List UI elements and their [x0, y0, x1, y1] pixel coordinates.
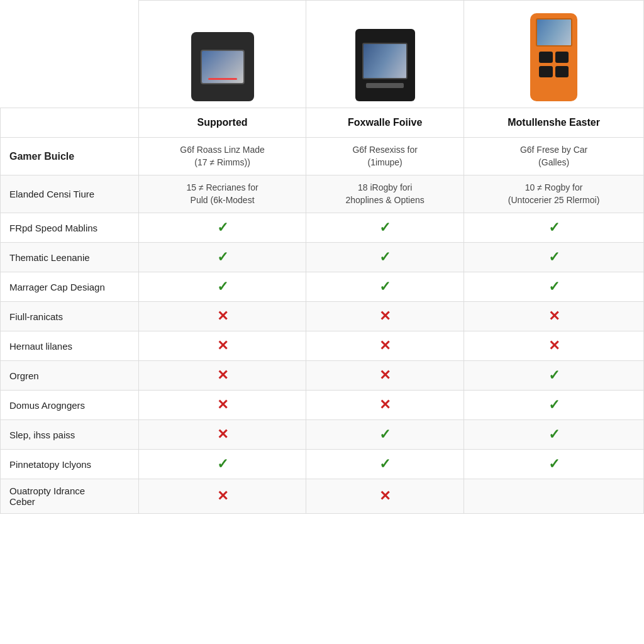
cell-row3-col2: ✓ — [139, 243, 306, 272]
device-3-btn-1 — [539, 52, 553, 63]
check-icon: ✓ — [217, 249, 228, 265]
cross-icon: ✕ — [379, 367, 391, 383]
feature-label: Orgren — [1, 361, 139, 391]
cell-text: 18 iRogby fori2hoplines & Optiens — [346, 182, 425, 205]
cell-row6-col3: ✕ — [306, 331, 464, 361]
cell-row7-col3: ✕ — [306, 361, 464, 391]
cross-icon: ✕ — [379, 397, 391, 413]
feature-label: Domus Arogngers — [1, 391, 139, 420]
device-3 — [530, 13, 577, 101]
product-2-image-cell — [306, 1, 464, 108]
cell-row0-col3: G6f Resexiss for(1imupe) — [306, 138, 464, 175]
product-1-image — [148, 7, 297, 101]
device-1-screen — [201, 50, 245, 84]
cell-text: 10 ≠ Rogby for(Untocerier 25 Rlermoi) — [508, 182, 599, 205]
check-icon: ✓ — [379, 249, 391, 265]
cell-text: G6f Roass Linz Made(17 ≠ Rimms)) — [180, 145, 265, 167]
feature-label: Hernaut lilanes — [1, 331, 139, 361]
check-icon: ✓ — [548, 219, 560, 235]
device-3-btn-4 — [555, 66, 569, 77]
col-header-product-2: Foxwalle Foiive — [306, 108, 464, 138]
feature-label: Pinnetatopy Iclyons — [1, 450, 139, 479]
device-1 — [191, 32, 254, 101]
cell-row0-col4: G6f Frese by Car(Galles) — [464, 138, 644, 175]
cell-row5-col3: ✕ — [306, 302, 464, 331]
cross-icon: ✕ — [548, 308, 560, 324]
cell-row1-col4: 10 ≠ Rogby for(Untocerier 25 Rlermoi) — [464, 175, 644, 213]
table-row: FRpd Speod Mablins✓✓✓ — [1, 213, 644, 243]
cell-row10-col2: ✓ — [139, 450, 306, 479]
col-header-product-1: Supported — [139, 108, 306, 138]
check-icon: ✓ — [548, 397, 560, 413]
cell-row3-col4: ✓ — [464, 243, 644, 272]
feature-label: Slep, ihss paiss — [1, 420, 139, 450]
feature-label: Elanded Censi Tiure — [1, 175, 139, 213]
check-icon: ✓ — [548, 367, 560, 383]
table-row: Elanded Censi Tiure15 ≠ Recrianes forPul… — [1, 175, 644, 213]
product-3-image-cell — [464, 1, 644, 108]
cell-row3-col3: ✓ — [306, 243, 464, 272]
check-icon: ✓ — [379, 279, 391, 294]
device-2 — [355, 29, 415, 101]
device-2-screen — [362, 43, 408, 79]
cell-row6-col4: ✕ — [464, 331, 644, 361]
check-icon: ✓ — [548, 249, 560, 265]
feature-label: Marrager Cap Desiagn — [1, 272, 139, 302]
cell-row7-col4: ✓ — [464, 361, 644, 391]
table-row: Fiull-ranicats✕✕✕ — [1, 302, 644, 331]
cell-text: 15 ≠ Recrianes forPuld (6k-Modest — [186, 182, 258, 205]
cell-row11-col4 — [464, 479, 644, 514]
check-icon: ✓ — [379, 456, 391, 472]
table-row: Domus Arogngers✕✕✓ — [1, 391, 644, 420]
cell-row2-col3: ✓ — [306, 213, 464, 243]
check-icon: ✓ — [379, 426, 391, 442]
corner-cell — [1, 1, 139, 108]
feature-label: Thematic Leenanie — [1, 243, 139, 272]
cross-icon: ✕ — [548, 338, 560, 353]
cross-icon: ✕ — [379, 308, 391, 324]
table-row: Ouatropty IdranceCeber✕✕ — [1, 479, 644, 514]
cell-row11-col3: ✕ — [306, 479, 464, 514]
feature-label: Gamer Buicle — [1, 138, 139, 175]
cell-text: G6f Resexiss for(1imupe) — [352, 145, 417, 167]
cell-row8-col4: ✓ — [464, 391, 644, 420]
check-icon: ✓ — [548, 456, 560, 472]
device-3-btn-3 — [539, 66, 553, 77]
cross-icon: ✕ — [217, 397, 228, 413]
cell-row1-col2: 15 ≠ Recrianes forPuld (6k-Modest — [139, 175, 306, 213]
cross-icon: ✕ — [379, 488, 391, 504]
product-2-image — [315, 7, 455, 101]
cross-icon: ✕ — [217, 426, 228, 442]
table-row: Orgren✕✕✓ — [1, 361, 644, 391]
cell-row7-col2: ✕ — [139, 361, 306, 391]
cell-row9-col3: ✓ — [306, 420, 464, 450]
device-2-label — [366, 83, 404, 88]
table-row: Hernaut lilanes✕✕✕ — [1, 331, 644, 361]
check-icon: ✓ — [379, 219, 391, 235]
cell-row9-col4: ✓ — [464, 420, 644, 450]
cell-row4-col4: ✓ — [464, 272, 644, 302]
check-icon: ✓ — [548, 426, 560, 442]
product-1-image-cell — [139, 1, 306, 108]
cell-row6-col2: ✕ — [139, 331, 306, 361]
cell-row1-col3: 18 iRogby fori2hoplines & Optiens — [306, 175, 464, 213]
cross-icon: ✕ — [217, 338, 228, 353]
comparison-table: Supported Foxwalle Foiive Motullenshe Ea… — [0, 0, 644, 514]
product-3-image — [473, 7, 635, 101]
cell-row0-col2: G6f Roass Linz Made(17 ≠ Rimms)) — [139, 138, 306, 175]
table-row: Pinnetatopy Iclyons✓✓✓ — [1, 450, 644, 479]
cell-row5-col4: ✕ — [464, 302, 644, 331]
cross-icon: ✕ — [217, 367, 228, 383]
device-3-btn-2 — [555, 52, 569, 63]
cell-row2-col2: ✓ — [139, 213, 306, 243]
cell-text: G6f Frese by Car(Galles) — [520, 145, 587, 167]
check-icon: ✓ — [217, 219, 228, 235]
check-icon: ✓ — [217, 456, 228, 472]
cell-row10-col3: ✓ — [306, 450, 464, 479]
cell-row2-col4: ✓ — [464, 213, 644, 243]
cell-row8-col2: ✕ — [139, 391, 306, 420]
cell-row4-col2: ✓ — [139, 272, 306, 302]
table-row: Marrager Cap Desiagn✓✓✓ — [1, 272, 644, 302]
cross-icon: ✕ — [217, 488, 228, 504]
feature-label: Fiull-ranicats — [1, 302, 139, 331]
